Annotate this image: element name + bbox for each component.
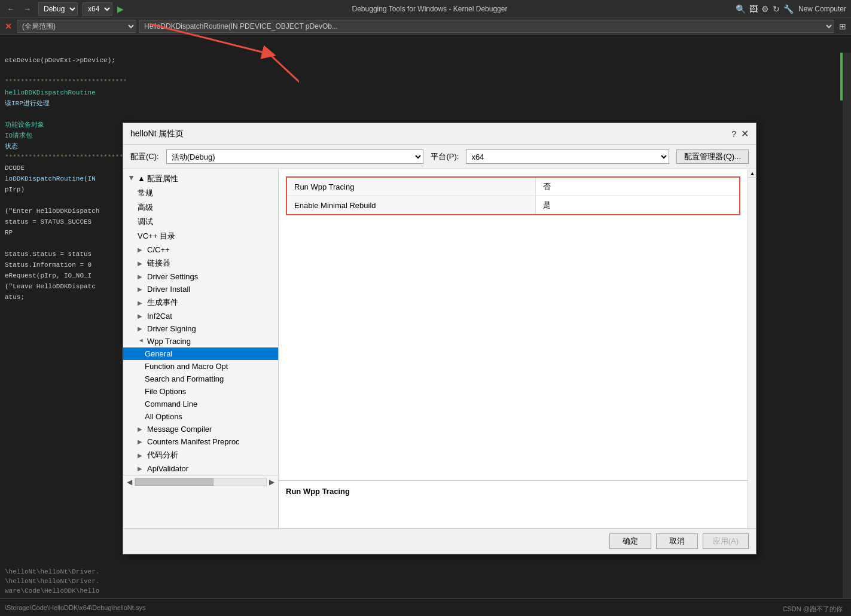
editor-area: ✕ (全局范围) HelloDDKDispatchRoutine(IN PDEV… [0,18,851,616]
platform-select[interactable]: x64 [466,150,669,164]
scroll-up-icon[interactable]: ▲ [748,169,757,178]
properties-table: Run Wpp Tracing 否 Enable Minimal Rebuild… [286,176,740,215]
platform-label: 平台(P): [431,151,459,162]
config-select[interactable]: 活动(Debug) [166,150,424,164]
property-row-rebuild: Enable Minimal Rebuild 是 [286,196,740,215]
tree-item-driver-signing[interactable]: ▶ Driver Signing [123,322,278,335]
scrollbar-thumb[interactable] [135,478,213,486]
scrollbar-track[interactable] [135,478,267,486]
tree-item-label: Command Line [145,400,197,408]
platform-dropdown[interactable]: x64 [83,2,112,16]
content-panel-scrollbar[interactable]: ▲ [748,169,756,528]
tree-arrow-icon: ▶ [138,300,145,306]
tree-item-label: C/C++ [147,245,170,254]
tree-arrow-icon: ▶ [138,325,145,332]
dialog-titlebar: helloNt 属性页 ? ✕ [123,123,756,145]
tree-item-label: 调试 [138,216,153,227]
tree-item-label: 代码分析 [147,450,178,461]
tree-item-label: Wpp Tracing [147,337,191,346]
property-row-wpp: Run Wpp Tracing 否 [286,177,740,196]
content-panel: Run Wpp Tracing 否 Enable Minimal Rebuild… [279,169,748,528]
tree-item-all-options[interactable]: All Options [123,410,278,423]
tree-item-label: ▲ 配置属性 [138,173,178,184]
tree-item-general[interactable]: 常规 [123,186,278,200]
tree-panel: ▶ ▲ 配置属性 常规 高级 调试 VC++ 目录 [123,169,279,528]
tree-item-label: Driver Install [147,285,190,294]
tree-item-api-validator[interactable]: ▶ ApiValidator [123,462,278,475]
cancel-button[interactable]: 取消 [656,533,698,549]
dialog-controls: ? ✕ [731,128,749,139]
scroll-right-icon[interactable]: ▶ [268,477,276,487]
property-name: Run Wpp Tracing [286,177,536,196]
property-name: Enable Minimal Rebuild [286,196,536,215]
tree-item-code-analysis[interactable]: ▶ 代码分析 [123,448,278,462]
tree-item-config-properties[interactable]: ▶ ▲ 配置属性 [123,172,278,186]
tree-item-build-events[interactable]: ▶ 生成事件 [123,295,278,310]
tree-item-message-compiler[interactable]: ▶ Message Compiler [123,423,278,435]
dialog-help-button[interactable]: ? [731,129,736,139]
tree-item-label: Driver Settings [147,272,198,281]
tree-arrow-icon: ▶ [138,246,145,253]
top-toolbar: ← → Debug x64 ▶ Debugging Tools for Wind… [0,0,851,18]
tree-item-label: 高级 [138,202,153,213]
dialog-close-button[interactable]: ✕ [741,128,749,139]
tree-item-label: Message Compiler [147,425,212,434]
tree-arrow-icon: ▼ [138,338,145,345]
tree-item-driver-settings[interactable]: ▶ Driver Settings [123,270,278,283]
tree-item-vcdirs[interactable]: VC++ 目录 [123,229,278,243]
toolbar-title: Debugging Tools for Windows - Kernel Deb… [129,5,731,13]
dialog-title: helloNt 属性页 [130,129,184,139]
tree-arrow-icon: ▶ [138,465,145,472]
tree-horizontal-scrollbar[interactable]: ◀ ▶ [123,475,278,489]
tree-item-function-macro[interactable]: Function and Macro Opt [123,360,278,373]
tree-item-label: General [145,349,172,358]
refresh-icon: ↻ [773,4,780,14]
apply-button[interactable]: 应用(A) [703,533,749,549]
tree-arrow-icon: ▶ [138,452,145,459]
tree-item-file-options[interactable]: File Options [123,385,278,398]
tree-arrow-icon: ▶ [138,286,145,292]
tree-item-label: 生成事件 [147,297,178,308]
property-value[interactable]: 是 [536,196,740,215]
tree-arrow-icon: ▶ [138,426,145,432]
tool-icon: ⚙ [761,4,769,14]
tree-arrow-icon: ▶ [138,313,145,319]
description-title: Run Wpp Tracing [286,487,740,496]
dialog-overlay: helloNt 属性页 ? ✕ 配置(C): 活动(Debug) 平台(P): … [0,18,851,616]
tree-arrow-icon: ▶ [138,438,145,445]
tree-item-search-formatting[interactable]: Search and Formatting [123,373,278,385]
tree-item-label: File Options [145,387,186,396]
tree-item-linker[interactable]: ▶ 链接器 [123,256,278,270]
tree-item-label: All Options [145,412,182,421]
new-computer-label: New Computer [798,5,846,13]
ok-button[interactable]: 确定 [609,533,651,549]
tree-arrow-icon: ▶ [138,273,145,280]
tree-item-debug[interactable]: 调试 [123,215,278,229]
image-icon: 🖼 [749,4,758,14]
watermark: CSDN @跑不了的你 [783,605,843,614]
tree-item-wpp-tracing[interactable]: ▼ Wpp Tracing [123,335,278,347]
scroll-left-icon[interactable]: ◀ [126,477,133,487]
tree-item-driver-install[interactable]: ▶ Driver Install [123,283,278,295]
tree-item-command-line[interactable]: Command Line [123,398,278,410]
tree-item-advanced[interactable]: 高级 [123,200,278,215]
dialog-body: ▶ ▲ 配置属性 常规 高级 调试 VC++ 目录 [123,169,756,528]
tree-item-label: 链接器 [147,258,170,269]
tree-item-wpp-general[interactable]: General [123,347,278,360]
tree-item-label: 常规 [138,188,153,199]
description-panel: Run Wpp Tracing [279,480,748,528]
dialog-buttons: 确定 取消 应用(A) [123,528,756,554]
config-row: 配置(C): 活动(Debug) 平台(P): x64 配置管理器(Q)... [123,145,756,169]
tree-item-inf2cat[interactable]: ▶ Inf2Cat [123,310,278,322]
tree-item-label: Counters Manifest Preproc [147,437,240,446]
undo-button[interactable]: ← [5,4,17,14]
redo-button[interactable]: → [22,4,33,14]
tree-item-counters-manifest[interactable]: ▶ Counters Manifest Preproc [123,435,278,448]
tree-item-label: Search and Formatting [145,374,224,383]
tree-item-cpp[interactable]: ▶ C/C++ [123,243,278,256]
config-manager-button[interactable]: 配置管理器(Q)... [676,150,749,164]
tree-item-label: Function and Macro Opt [145,362,228,371]
property-value[interactable]: 否 [536,177,740,196]
debug-dropdown[interactable]: Debug [38,2,78,16]
tree-item-label: ApiValidator [147,464,188,473]
